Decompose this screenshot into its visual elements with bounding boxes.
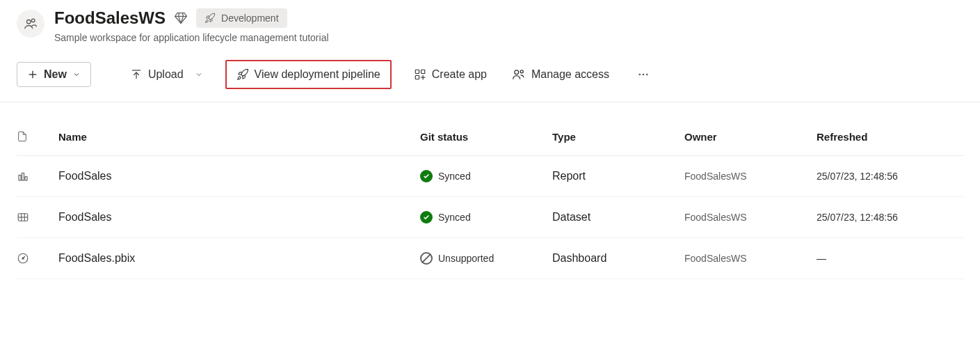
svg-point-14: [643, 74, 645, 76]
workspace-header: FoodSalesWS Development Sample: [0, 0, 980, 54]
table-row[interactable]: FoodSales Synced Dataset FoodSalesWS 25/…: [17, 197, 963, 238]
refreshed-column-header[interactable]: Refreshed: [817, 131, 963, 143]
dataset-icon: [17, 211, 58, 224]
item-owner: FoodSalesWS: [684, 171, 817, 182]
svg-rect-6: [415, 70, 419, 73]
item-owner: FoodSalesWS: [684, 212, 817, 223]
workspace-description: Sample workspace for application lifecyc…: [54, 32, 329, 43]
git-status-text: Synced: [438, 171, 471, 182]
view-deployment-pipeline-button[interactable]: View deployment pipeline: [225, 60, 392, 89]
view-pipeline-label: View deployment pipeline: [255, 68, 380, 81]
owner-column-header[interactable]: Owner: [684, 131, 817, 143]
app-icon: [414, 68, 426, 81]
items-table: Name Git status Type Owner Refreshed Foo…: [0, 102, 980, 279]
manage-access-button[interactable]: Manage access: [509, 62, 612, 87]
workspace-title: FoodSalesWS: [54, 8, 166, 28]
svg-point-24: [22, 258, 24, 259]
dashboard-icon: [17, 252, 58, 265]
svg-rect-8: [415, 76, 419, 79]
upload-button-label: Upload: [148, 68, 184, 81]
synced-status-icon: [420, 170, 433, 182]
item-refreshed: 25/07/23, 12:48:56: [817, 212, 963, 223]
item-type: Dashboard: [552, 252, 684, 265]
item-name[interactable]: FoodSales: [58, 170, 420, 182]
svg-point-11: [515, 70, 519, 75]
people-icon: [512, 68, 526, 81]
svg-rect-16: [19, 175, 21, 181]
item-name[interactable]: FoodSales: [58, 211, 420, 224]
git-status-cell: Synced: [420, 211, 552, 224]
table-row[interactable]: FoodSales.pbix Unsupported Dashboard Foo…: [17, 238, 963, 279]
upload-button[interactable]: Upload: [127, 63, 206, 86]
git-status-text: Synced: [438, 212, 471, 223]
diamond-icon[interactable]: [174, 11, 188, 25]
table-row[interactable]: FoodSales Synced Report FoodSalesWS 25/0…: [17, 156, 963, 197]
plus-icon: [27, 69, 38, 80]
item-name[interactable]: FoodSales.pbix: [58, 252, 420, 265]
item-owner: FoodSalesWS: [684, 253, 817, 264]
rocket-icon: [204, 13, 216, 24]
git-status-text: Unsupported: [438, 253, 494, 264]
svg-rect-17: [22, 173, 24, 181]
new-button[interactable]: New: [17, 62, 91, 87]
toolbar: New Upload View deployment pipeline: [0, 54, 980, 102]
rocket-icon: [236, 68, 249, 81]
report-icon: [17, 170, 58, 182]
type-column-header[interactable]: Type: [552, 131, 684, 143]
git-status-column-header[interactable]: Git status: [420, 131, 552, 143]
git-status-cell: Synced: [420, 170, 552, 182]
item-type: Report: [552, 170, 684, 182]
synced-status-icon: [420, 211, 433, 224]
environment-label: Development: [221, 13, 279, 24]
item-refreshed: —: [817, 253, 963, 264]
upload-icon: [130, 68, 143, 81]
environment-badge[interactable]: Development: [196, 8, 287, 28]
unsupported-status-icon: [420, 252, 433, 265]
svg-rect-7: [421, 70, 424, 73]
git-status-cell: Unsupported: [420, 252, 552, 265]
manage-access-label: Manage access: [531, 68, 609, 81]
svg-point-13: [638, 74, 641, 76]
create-app-button[interactable]: Create app: [411, 63, 490, 86]
more-options-button[interactable]: [632, 63, 655, 86]
file-icon: [17, 130, 28, 143]
chevron-down-icon: [195, 70, 203, 79]
item-type: Dataset: [552, 211, 684, 224]
chevron-down-icon: [72, 70, 81, 79]
item-refreshed: 25/07/23, 12:48:56: [817, 171, 963, 182]
svg-rect-18: [25, 177, 27, 180]
create-app-label: Create app: [432, 68, 487, 81]
new-button-label: New: [44, 68, 67, 81]
svg-point-0: [27, 20, 31, 24]
name-column-header[interactable]: Name: [58, 131, 420, 143]
svg-point-1: [31, 19, 35, 22]
file-type-column-header[interactable]: [17, 130, 58, 143]
svg-point-15: [646, 74, 648, 76]
svg-point-12: [520, 70, 523, 73]
table-header-row: Name Git status Type Owner Refreshed: [17, 122, 963, 156]
workspace-avatar-icon: [17, 10, 45, 38]
